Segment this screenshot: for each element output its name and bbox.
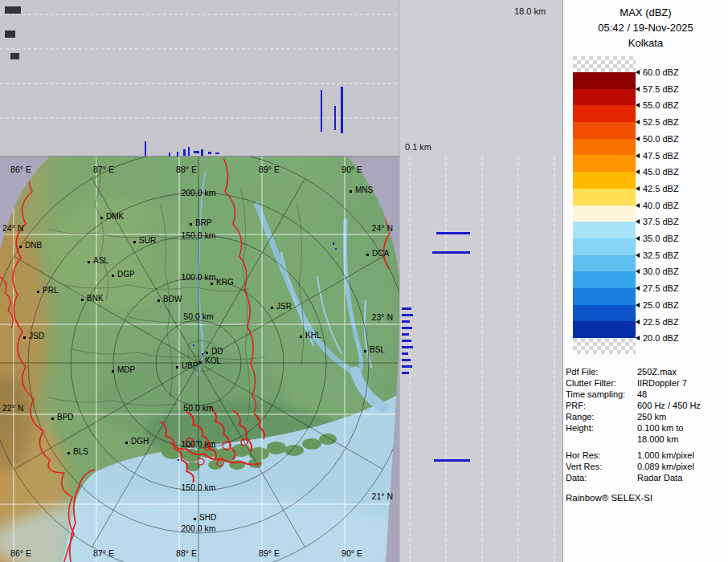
legend-threshold-label: 52.5 dBZ bbox=[636, 117, 679, 127]
legend-color-block bbox=[573, 89, 636, 106]
station-dot bbox=[23, 336, 26, 339]
station-dot bbox=[350, 190, 352, 193]
range-ring-label: 100.0 km bbox=[181, 439, 215, 449]
station-dot bbox=[271, 307, 273, 309]
legend-color-block bbox=[573, 222, 636, 238]
metadata-label: Range: bbox=[566, 411, 637, 422]
legend-threshold-label: 35.0 dBZ bbox=[636, 234, 679, 243]
range-ring-label: 200.0 km bbox=[181, 523, 215, 533]
station-dot bbox=[176, 366, 178, 369]
metadata-value: 18.000 km bbox=[637, 434, 678, 445]
station-dot bbox=[37, 291, 39, 293]
station-label: BPD bbox=[57, 413, 74, 422]
station-dot bbox=[366, 254, 369, 256]
station-label: JSR bbox=[276, 302, 292, 311]
range-ring-label: 50.0 km bbox=[183, 312, 213, 321]
station-dot bbox=[199, 361, 202, 364]
metadata-label: Hor Res: bbox=[566, 450, 637, 461]
legend-tick-arrow bbox=[636, 169, 640, 174]
range-ring-label: 50.0 km bbox=[183, 403, 213, 413]
station-label: JSD bbox=[29, 332, 44, 340]
legend-color-block bbox=[573, 122, 636, 139]
metadata-row: Time sampling:48 bbox=[566, 389, 726, 400]
station-label: SUR bbox=[139, 236, 156, 245]
legend-threshold-label: 22.5 dBZ bbox=[636, 317, 679, 327]
legend-tick-arrow bbox=[636, 320, 640, 324]
product-metadata: Pdf File:250Z.maxClutter Filter:IIRDoppl… bbox=[566, 366, 726, 483]
dbz-color-scale bbox=[573, 56, 636, 354]
longitude-label: 86° E bbox=[10, 548, 31, 558]
legend-tick-arrow bbox=[636, 236, 640, 241]
latitude-label: 24° N bbox=[2, 223, 23, 233]
metadata-value: Radar Data bbox=[637, 472, 682, 483]
height-axis-min-label: 0.1 km bbox=[405, 142, 431, 152]
station-label: MDP bbox=[117, 365, 135, 374]
metadata-label: Pdf File: bbox=[566, 366, 637, 377]
legend-tick-arrow bbox=[636, 253, 640, 258]
longitude-label: 90° E bbox=[342, 165, 362, 174]
station-label: BLS bbox=[73, 447, 88, 456]
station-label: BDW bbox=[163, 295, 182, 303]
legend-tick-arrow bbox=[636, 136, 640, 141]
range-ring-label: 150.0 km bbox=[181, 483, 215, 492]
metadata-label: PRF: bbox=[566, 400, 637, 411]
station-label: ASL bbox=[93, 256, 108, 265]
station-label: DD bbox=[211, 347, 223, 356]
legend-tick-arrow bbox=[636, 303, 640, 307]
legend-threshold-label: 47.5 dBZ bbox=[636, 151, 679, 161]
station-label: KHL bbox=[305, 331, 321, 340]
product-datetime: 05:42 / 19-Nov-2025 bbox=[563, 22, 728, 34]
longitude-label: 87° E bbox=[93, 165, 114, 174]
station-dot bbox=[211, 283, 213, 285]
station-label: BNK bbox=[87, 294, 104, 303]
station-label: PRL bbox=[43, 286, 58, 295]
range-ring-label: 200.0 km bbox=[181, 188, 215, 198]
metadata-row: 18.000 km bbox=[566, 434, 726, 445]
station-label: KOL bbox=[205, 356, 221, 365]
radar-display-window: 18.0 km 0.1 km bbox=[0, 0, 728, 562]
metadata-row: Range:250 km bbox=[566, 411, 726, 422]
metadata-label: Height: bbox=[566, 422, 637, 434]
metadata-label: Time sampling: bbox=[566, 389, 637, 400]
legend-tick-arrow bbox=[636, 219, 640, 224]
legend-threshold-label: 60.0 dBZ bbox=[636, 67, 679, 77]
metadata-value: 1.000 km/pixel bbox=[637, 450, 694, 461]
side-cross-section-panel bbox=[399, 157, 567, 562]
metadata-value: 48 bbox=[637, 389, 647, 400]
metadata-row: PRF:600 Hz / 450 Hz bbox=[566, 400, 726, 411]
legend-color-block bbox=[573, 172, 636, 189]
station-label: DGH bbox=[131, 437, 149, 446]
legend-threshold-label: 42.5 dBZ bbox=[636, 184, 679, 193]
metadata-label bbox=[566, 434, 637, 445]
longitude-label: 89° E bbox=[259, 548, 280, 558]
software-brand: Rainbow® SELEX-SI bbox=[566, 493, 652, 503]
latitude-label: 22° N bbox=[2, 403, 23, 413]
station-dot bbox=[157, 299, 160, 302]
station-dot bbox=[81, 299, 84, 301]
latitude-label: 23° N bbox=[372, 312, 393, 322]
legend-threshold-label: 37.5 dBZ bbox=[636, 217, 679, 226]
metadata-label: Vert Res: bbox=[566, 461, 637, 472]
station-dot bbox=[364, 350, 366, 352]
station-label: SHD bbox=[199, 513, 216, 522]
legend-tick-arrow bbox=[636, 87, 640, 92]
height-axis-max-label: 18.0 km bbox=[514, 6, 546, 16]
legend-tick-arrow bbox=[636, 286, 640, 291]
station-label: DCA bbox=[372, 249, 389, 258]
legend-transparent-block bbox=[573, 338, 636, 354]
metadata-value: 0.100 km to bbox=[637, 422, 683, 434]
legend-threshold-label: 27.5 dBZ bbox=[636, 283, 679, 293]
metadata-label: Data: bbox=[566, 472, 637, 483]
radar-map-viewport[interactable]: 86° E86° E87° E87° E88° E88° E89° E89° E… bbox=[0, 157, 399, 562]
map-annotation-layer: 86° E86° E87° E87° E88° E88° E89° E89° E… bbox=[0, 157, 399, 562]
top-cross-section-panel bbox=[0, 0, 562, 157]
station-dot bbox=[51, 417, 54, 420]
legend-color-block bbox=[573, 139, 636, 156]
station-dot bbox=[88, 261, 90, 263]
legend-color-block bbox=[573, 105, 636, 122]
legend-threshold-label: 50.0 dBZ bbox=[636, 134, 679, 144]
top-panel-background bbox=[0, 0, 399, 157]
metadata-value: 250 km bbox=[637, 411, 666, 422]
legend-tick-arrow bbox=[636, 70, 640, 75]
latitude-label: 24° N bbox=[372, 223, 393, 233]
